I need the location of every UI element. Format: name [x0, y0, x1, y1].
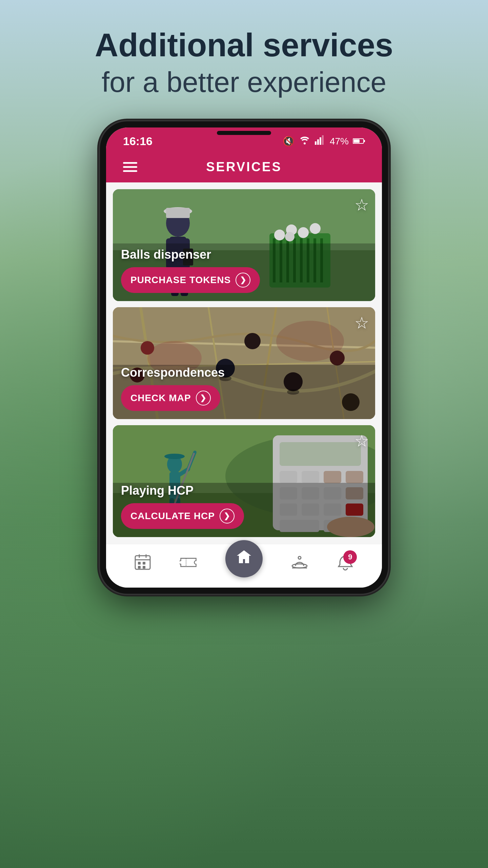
- service-card-balls-dispenser[interactable]: ☆ Balls dispenser PURCHASE TOKENS ❯: [113, 189, 375, 301]
- bottom-nav: 9: [106, 544, 382, 588]
- ticket-icon: [180, 553, 197, 575]
- calculate-hcp-arrow: ❯: [220, 509, 235, 524]
- battery-icon: [353, 136, 365, 147]
- svg-rect-3: [320, 137, 321, 145]
- purchase-tokens-button[interactable]: PURCHASE TOKENS ❯: [121, 267, 260, 293]
- nav-service-bell[interactable]: [291, 553, 308, 575]
- service-card-correspondences[interactable]: ☆ Correspondences CHECK MAP ❯: [113, 307, 375, 419]
- svg-rect-93: [138, 562, 141, 565]
- notification-badge: 9: [343, 550, 357, 564]
- page-title-line2: for a better experience: [20, 66, 468, 98]
- phone-screen: 16:16 🔇: [106, 127, 382, 588]
- calculate-hcp-button[interactable]: CALCULATE HCP ❯: [121, 503, 244, 529]
- services-content: ☆ Balls dispenser PURCHASE TOKENS ❯: [106, 182, 382, 544]
- svg-point-0: [304, 142, 306, 144]
- svg-rect-96: [143, 566, 145, 569]
- nav-ticket[interactable]: [180, 553, 197, 575]
- card-content-balls: Balls dispenser PURCHASE TOKENS ❯: [113, 241, 375, 301]
- mute-icon: 🔇: [283, 136, 294, 147]
- svg-rect-4: [322, 135, 324, 145]
- svg-rect-95: [138, 566, 141, 569]
- calculate-hcp-label: CALCULATE HCP: [130, 511, 215, 521]
- card-content-correspondences: Correspondences CHECK MAP ❯: [113, 359, 375, 419]
- status-icons: 🔇: [283, 135, 365, 147]
- purchase-tokens-arrow: ❯: [236, 273, 250, 288]
- nav-calendar[interactable]: [134, 553, 151, 575]
- card-title-hcp: Playing HCP: [121, 484, 367, 498]
- card-title-correspondences: Correspondences: [121, 366, 367, 380]
- card-title-balls: Balls dispenser: [121, 248, 367, 262]
- favorite-star-hcp[interactable]: ☆: [354, 431, 369, 450]
- check-map-arrow: ❯: [196, 391, 211, 406]
- svg-rect-7: [353, 139, 360, 143]
- check-map-label: CHECK MAP: [130, 393, 191, 403]
- svg-rect-2: [317, 139, 319, 145]
- app-title: SERVICES: [206, 160, 282, 174]
- favorite-star-balls[interactable]: ☆: [354, 195, 369, 214]
- nav-home[interactable]: [225, 540, 263, 577]
- battery-text: 47%: [330, 136, 349, 147]
- nav-notifications[interactable]: 9: [337, 553, 354, 575]
- svg-rect-6: [364, 140, 365, 142]
- svg-rect-94: [143, 562, 145, 565]
- card-content-hcp: Playing HCP CALCULATE HCP ❯: [113, 477, 375, 537]
- svg-rect-1: [315, 141, 317, 145]
- phone-frame: 16:16 🔇: [100, 121, 388, 594]
- signal-icon: [315, 135, 326, 147]
- check-map-button[interactable]: CHECK MAP ❯: [121, 385, 220, 411]
- calendar-icon: [134, 553, 151, 575]
- svg-point-98: [292, 564, 307, 568]
- hamburger-menu[interactable]: [123, 162, 137, 172]
- wifi-icon: [299, 135, 311, 147]
- page-title-line1: Additional services: [20, 27, 468, 63]
- service-bell-icon: [291, 553, 308, 575]
- status-time: 16:16: [123, 135, 152, 148]
- app-header: SERVICES: [106, 152, 382, 182]
- favorite-star-correspondences[interactable]: ☆: [354, 313, 369, 332]
- service-card-playing-hcp[interactable]: ☆ Playing HCP CALCULATE HCP ❯: [113, 425, 375, 537]
- page-header: Additional services for a better experie…: [0, 0, 488, 115]
- phone-wrapper: 16:16 🔇: [100, 121, 388, 594]
- svg-point-99: [298, 556, 301, 559]
- status-bar: 16:16 🔇: [106, 127, 382, 152]
- home-icon: [236, 548, 252, 569]
- purchase-tokens-label: PURCHASE TOKENS: [130, 275, 231, 285]
